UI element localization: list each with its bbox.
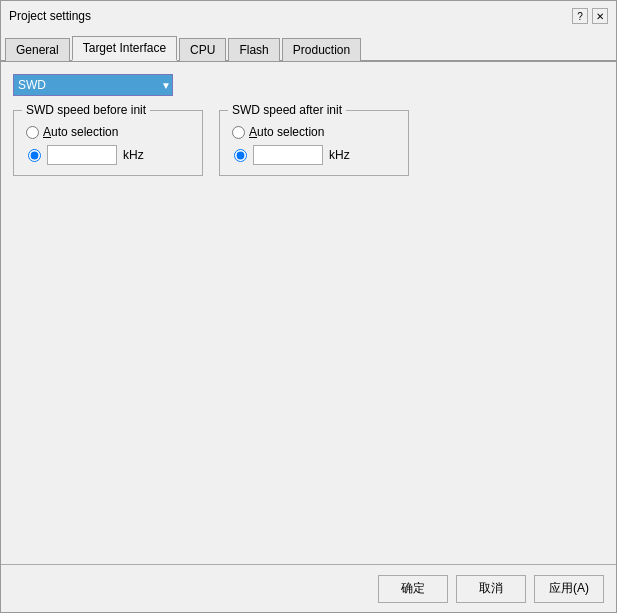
swd-after-content: Auto selection 1000 500 250 125 60 30 15 bbox=[232, 125, 396, 165]
close-button[interactable]: ✕ bbox=[592, 8, 608, 24]
swd-before-speed-radio[interactable] bbox=[28, 149, 41, 162]
swd-before-auto-row: Auto selection bbox=[26, 125, 190, 139]
interface-select[interactable]: SWD JTAG bbox=[13, 74, 173, 96]
tab-production[interactable]: Production bbox=[282, 38, 361, 61]
swd-after-auto-radio[interactable] bbox=[232, 126, 245, 139]
swd-before-legend: SWD speed before init bbox=[22, 103, 150, 117]
swd-after-auto-row: Auto selection bbox=[232, 125, 396, 139]
title-bar-right: ? ✕ bbox=[572, 8, 608, 24]
speed-groups: SWD speed before init Auto selection 100… bbox=[13, 110, 604, 176]
interface-select-wrapper: SWD JTAG ▼ bbox=[13, 74, 173, 96]
swd-before-speed-select[interactable]: 1000 500 250 125 60 30 15 bbox=[47, 145, 117, 165]
swd-after-speed-select[interactable]: 1000 500 250 125 60 30 15 bbox=[253, 145, 323, 165]
cancel-button[interactable]: 取消 bbox=[456, 575, 526, 603]
swd-before-group: SWD speed before init Auto selection 100… bbox=[13, 110, 203, 176]
title-bar: Project settings ? ✕ bbox=[1, 1, 616, 31]
project-settings-dialog: Project settings ? ✕ General Target Inte… bbox=[0, 0, 617, 613]
tab-bar: General Target Interface CPU Flash Produ… bbox=[1, 31, 616, 62]
swd-after-legend: SWD speed after init bbox=[228, 103, 346, 117]
tab-cpu[interactable]: CPU bbox=[179, 38, 226, 61]
swd-before-auto-label: Auto selection bbox=[43, 125, 118, 139]
swd-after-group: SWD speed after init Auto selection 1000… bbox=[219, 110, 409, 176]
interface-dropdown-row: SWD JTAG ▼ bbox=[13, 74, 604, 96]
tab-content: SWD JTAG ▼ SWD speed before init Auto se… bbox=[1, 62, 616, 564]
swd-after-auto-label: Auto selection bbox=[249, 125, 324, 139]
swd-after-unit: kHz bbox=[329, 148, 350, 162]
title-bar-left: Project settings bbox=[9, 9, 91, 23]
button-bar: 确定 取消 应用(A) bbox=[1, 564, 616, 612]
swd-after-speed-radio[interactable] bbox=[234, 149, 247, 162]
apply-button[interactable]: 应用(A) bbox=[534, 575, 604, 603]
swd-before-auto-radio[interactable] bbox=[26, 126, 39, 139]
swd-after-speed-row: 1000 500 250 125 60 30 15 kHz bbox=[232, 145, 396, 165]
swd-before-unit: kHz bbox=[123, 148, 144, 162]
tab-flash[interactable]: Flash bbox=[228, 38, 279, 61]
ok-button[interactable]: 确定 bbox=[378, 575, 448, 603]
dialog-title: Project settings bbox=[9, 9, 91, 23]
help-button[interactable]: ? bbox=[572, 8, 588, 24]
tab-target-interface[interactable]: Target Interface bbox=[72, 36, 177, 61]
swd-before-content: Auto selection 1000 500 250 125 60 30 15 bbox=[26, 125, 190, 165]
tab-general[interactable]: General bbox=[5, 38, 70, 61]
swd-before-speed-row: 1000 500 250 125 60 30 15 kHz bbox=[26, 145, 190, 165]
